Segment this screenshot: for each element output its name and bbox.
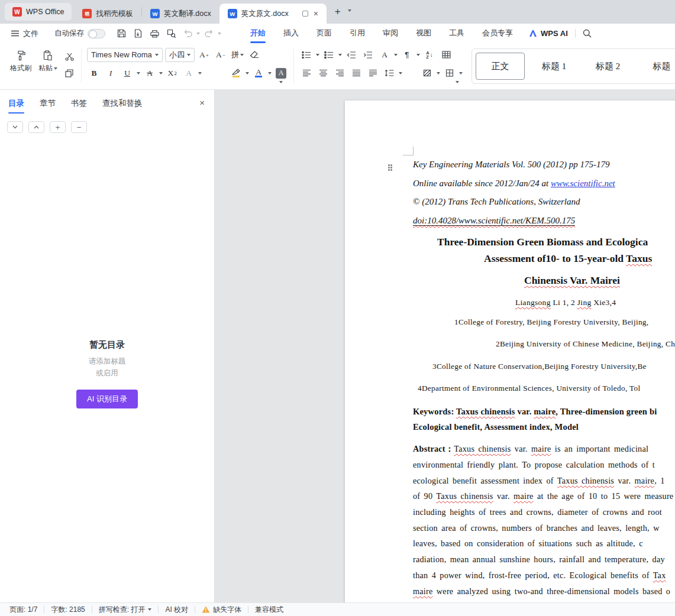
borders-chevron-icon[interactable] (459, 72, 463, 74)
bullet-list-chevron-icon[interactable] (316, 54, 319, 56)
document-tab[interactable]: W英文翻译.docx (142, 4, 219, 24)
strikethrough-button[interactable]: A (143, 66, 157, 80)
page-indicator[interactable]: 页面: 1/7 (9, 605, 44, 615)
word-count[interactable]: 字数: 2185 (44, 605, 91, 615)
ribbon-tab[interactable]: 插入 (274, 24, 308, 43)
wps-office-menu-button[interactable]: W WPS Office (5, 3, 72, 21)
align-right-button[interactable] (332, 66, 347, 80)
tab-close-icon[interactable]: × (314, 9, 318, 18)
ai-proofread-button[interactable]: AI 校对 (159, 605, 195, 615)
ribbon-tab[interactable]: 工具 (440, 24, 473, 43)
underline-button[interactable]: U (120, 66, 134, 80)
ai-recognize-toc-button[interactable]: AI 识别目录 (76, 390, 138, 408)
shading-chevron-icon[interactable] (437, 72, 440, 74)
sidebar-tab[interactable]: 书签 (71, 98, 87, 114)
font-name-select[interactable]: Times New Roma (87, 48, 163, 62)
font-color-chevron-icon[interactable] (268, 72, 272, 74)
paragraph-marks-chevron-icon[interactable] (416, 54, 420, 56)
grow-font-button[interactable]: A+ (197, 48, 211, 61)
collapse-all-button[interactable] (28, 121, 44, 133)
bullet-list-button[interactable] (299, 48, 314, 61)
ribbon-tab[interactable]: 审阅 (374, 24, 407, 43)
autosave-toggle[interactable] (88, 29, 105, 38)
strikethrough-chevron-icon[interactable] (159, 72, 163, 74)
sidebar-tab[interactable]: 查找和替换 (102, 98, 143, 114)
text-effects-button[interactable]: A (182, 66, 196, 80)
cut-button[interactable] (63, 51, 76, 62)
line-spacing-chevron-icon[interactable] (399, 72, 402, 74)
decrease-level-button[interactable]: − (71, 121, 87, 133)
bold-button[interactable]: B (87, 66, 101, 80)
save-button[interactable] (114, 27, 129, 41)
ribbon-tab[interactable]: 视图 (407, 24, 440, 43)
font-size-select[interactable]: 小四 (165, 48, 195, 62)
numbered-list-chevron-icon[interactable] (338, 54, 342, 56)
align-center-button[interactable] (316, 66, 330, 80)
numbered-list-button[interactable] (322, 48, 336, 61)
missing-font-warning[interactable]: 缺失字体 (195, 605, 248, 615)
wps-ai-button[interactable]: WPS AI (529, 29, 568, 38)
wordart-button[interactable]: A (377, 48, 392, 61)
font-dialog-launcher-icon[interactable] (279, 76, 283, 87)
increase-indent-button[interactable] (361, 48, 375, 61)
line-spacing-button[interactable] (382, 66, 396, 80)
clear-format-button[interactable] (247, 48, 261, 61)
new-tab-button[interactable]: + (335, 6, 341, 18)
shrink-font-button[interactable]: A− (214, 48, 228, 61)
wordart-chevron-icon[interactable] (394, 54, 398, 56)
doc-line: radiation, mean annual sunshine hours, r… (413, 552, 675, 568)
undo-chevron-icon[interactable] (196, 33, 200, 35)
style-item[interactable]: 正文 (476, 53, 525, 80)
highlight-chevron-icon[interactable] (246, 72, 249, 74)
sidebar-close-icon[interactable]: × (199, 98, 205, 107)
underline-chevron-icon[interactable] (137, 72, 140, 74)
document-page[interactable]: Key Engineering Materials Vol. 500 (2012… (345, 100, 675, 602)
decrease-indent-button[interactable] (344, 48, 359, 61)
ribbon-tab[interactable]: 会员专享 (473, 24, 522, 43)
copy-button[interactable] (63, 68, 76, 79)
redo-chevron-icon[interactable] (218, 33, 221, 35)
style-item[interactable]: 标题 1 (529, 53, 579, 80)
increase-level-button[interactable]: + (50, 121, 66, 133)
highlight-color-button[interactable] (229, 66, 243, 80)
sidebar-tab[interactable]: 章节 (40, 98, 56, 114)
ribbon-tab[interactable]: 页面 (308, 24, 341, 43)
document-canvas[interactable]: Key Engineering Materials Vol. 500 (2012… (215, 90, 675, 602)
sort-button[interactable]: AZ↓ (422, 48, 437, 61)
sidebar-tab[interactable]: 目录 (8, 98, 24, 114)
expand-all-button[interactable] (7, 121, 23, 133)
paste-button[interactable]: 粘贴 (34, 47, 62, 89)
tab-restore-icon[interactable] (302, 11, 308, 17)
style-item[interactable]: 标题 (637, 53, 675, 80)
print-preview-button[interactable] (163, 27, 179, 41)
ribbon-tab[interactable]: 开始 (241, 24, 274, 43)
font-color-button[interactable]: A (251, 66, 266, 80)
document-tab[interactable]: W英文原文.docx× (219, 4, 327, 24)
compatibility-mode[interactable]: 兼容模式 (248, 605, 290, 615)
spellcheck-status[interactable]: 拼写检查: 打开 (92, 605, 159, 615)
italic-button[interactable]: I (104, 66, 118, 80)
toc-empty-hint: 请添加标题 或启用 (0, 355, 214, 379)
document-tab[interactable]: 稻找稻壳模板 (74, 4, 141, 24)
show-paragraph-marks-button[interactable]: ¶ (400, 48, 414, 61)
distribute-button[interactable] (366, 66, 380, 80)
export-pdf-button[interactable] (130, 27, 146, 41)
text-effects-chevron-icon[interactable] (198, 72, 202, 74)
shading-button[interactable] (420, 66, 434, 80)
paragraph-dialog-launcher-icon[interactable] (456, 76, 459, 87)
style-item[interactable]: 标题 2 (583, 53, 632, 80)
pinyin-guide-button[interactable]: 拼 (230, 48, 245, 61)
tab-list-chevron-icon[interactable] (348, 5, 351, 15)
ribbon-tab[interactable]: 引用 (341, 24, 374, 43)
superscript-button[interactable]: X2 (165, 66, 179, 80)
borders-button[interactable] (443, 66, 457, 80)
tab-stops-button[interactable] (439, 48, 453, 61)
justify-button[interactable] (349, 66, 363, 80)
undo-button[interactable] (180, 27, 195, 41)
format-painter-button[interactable]: 格式刷 (7, 47, 34, 89)
print-button[interactable] (147, 27, 162, 41)
redo-button[interactable] (201, 27, 217, 41)
align-left-button[interactable] (299, 66, 314, 80)
file-menu-button[interactable]: 文件 (6, 28, 44, 39)
search-button[interactable] (583, 29, 592, 38)
